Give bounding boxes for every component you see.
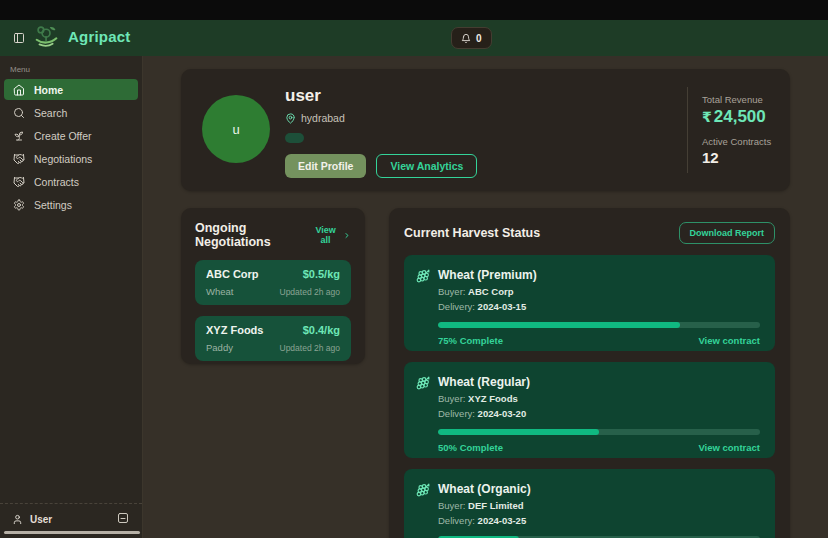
negotiations-title: Ongoing Negotiations — [195, 221, 311, 249]
notifications-button[interactable]: 0 — [451, 27, 492, 49]
sidebar-scrollbar[interactable] — [4, 531, 140, 534]
sidebar-item-label: Search — [34, 107, 67, 119]
sidebar-item-label: Home — [34, 84, 63, 96]
negotiations-panel: Ongoing Negotiations View all ABC Corp $… — [181, 208, 365, 364]
profile-stats: Total Revenue ₹24,500 Active Contracts 1… — [687, 87, 777, 173]
sidebar-toggle-icon[interactable] — [12, 32, 26, 46]
progress-bar — [438, 429, 760, 435]
plant-logo-icon — [32, 23, 62, 49]
progress-label: 50% Complete — [438, 442, 503, 453]
negotiation-price: $0.4/kg — [303, 324, 340, 336]
status-pill — [285, 133, 304, 143]
profile-buttons: Edit Profile View Analytics — [285, 154, 477, 178]
negotiation-company: ABC Corp — [206, 268, 259, 280]
negotiation-updated: Updated 2h ago — [280, 287, 341, 297]
grain-icon — [416, 375, 438, 458]
window-top-strip — [0, 0, 828, 20]
negotiations-header: Ongoing Negotiations View all — [195, 221, 351, 249]
progress-label: 75% Complete — [438, 335, 503, 346]
sidebar-user-label: User — [30, 514, 52, 525]
map-pin-icon — [285, 113, 296, 124]
profile-name: user — [285, 86, 477, 106]
harvest-header: Current Harvest Status Download Report — [404, 222, 775, 244]
profile-location: hydrabad — [285, 112, 477, 124]
sprout-icon — [13, 130, 25, 142]
sidebar-item-negotiations[interactable]: Negotiations — [4, 148, 138, 169]
avatar: u — [202, 95, 270, 163]
harvest-panel: Current Harvest Status Download Report W… — [389, 208, 790, 538]
negotiation-updated: Updated 2h ago — [280, 343, 341, 353]
menu-label: Menu — [0, 56, 142, 79]
brand-name: Agripact — [68, 28, 130, 45]
download-report-button[interactable]: Download Report — [679, 222, 776, 244]
negotiation-company: XYZ Foods — [206, 324, 263, 336]
brand: Agripact — [32, 23, 130, 49]
app-header: Agripact 0 — [0, 20, 828, 56]
grain-icon — [416, 268, 438, 351]
edit-profile-button[interactable]: Edit Profile — [285, 154, 366, 178]
harvest-buyer: Buyer: XYZ Foods — [438, 393, 760, 404]
sidebar-item-label: Contracts — [34, 176, 79, 188]
sidebar-item-label: Create Offer — [34, 130, 92, 142]
main-content: u user hydrabad Edit Profile View Analyt… — [143, 56, 828, 538]
user-icon — [12, 514, 23, 525]
notification-count: 0 — [476, 33, 482, 44]
harvest-title: Current Harvest Status — [404, 226, 540, 240]
sidebar-item-label: Negotiations — [34, 153, 92, 165]
grain-icon — [416, 482, 438, 538]
rupee-icon: ₹ — [702, 109, 712, 125]
harvest-item: Wheat (Regular) Buyer: XYZ Foods Deliver… — [404, 362, 775, 458]
harvest-item-body: Wheat (Premium) Buyer: ABC Corp Delivery… — [438, 268, 760, 351]
harvest-crop-name: Wheat (Regular) — [438, 375, 760, 389]
search-icon — [13, 107, 25, 119]
bell-icon — [461, 33, 471, 44]
avatar-letter: u — [232, 122, 239, 137]
progress-fill — [438, 322, 680, 328]
negotiation-item[interactable]: ABC Corp $0.5/kg Wheat Updated 2h ago — [195, 260, 351, 305]
sidebar-collapse-icon[interactable] — [116, 512, 130, 526]
view-all-link[interactable]: View all — [311, 225, 351, 245]
profile-card: u user hydrabad Edit Profile View Analyt… — [181, 69, 790, 191]
harvest-buyer: Buyer: DEF Limited — [438, 500, 760, 511]
handshake-icon — [13, 176, 25, 188]
handshake-icon — [13, 153, 25, 165]
view-contract-link[interactable]: View contract — [698, 442, 760, 453]
harvest-delivery: Delivery: 2024-03-25 — [438, 515, 760, 526]
harvest-item-body: Wheat (Organic) Buyer: DEF Limited Deliv… — [438, 482, 760, 538]
progress-fill — [438, 429, 599, 435]
contracts-label: Active Contracts — [702, 136, 777, 147]
view-contract-link[interactable]: View contract — [698, 335, 760, 346]
sidebar-item-label: Settings — [34, 199, 72, 211]
view-analytics-button[interactable]: View Analytics — [376, 154, 477, 178]
home-icon — [13, 84, 25, 96]
profile-info: user hydrabad Edit Profile View Analytic… — [285, 86, 477, 178]
negotiation-crop: Wheat — [206, 286, 233, 297]
location-text: hydrabad — [301, 112, 345, 124]
sidebar-item-search[interactable]: Search — [4, 102, 138, 123]
sidebar-item-contracts[interactable]: Contracts — [4, 171, 138, 192]
sidebar: Menu Home Search Create Offer Negotiatio… — [0, 56, 143, 538]
negotiation-item[interactable]: XYZ Foods $0.4/kg Paddy Updated 2h ago — [195, 316, 351, 361]
harvest-delivery: Delivery: 2024-03-15 — [438, 301, 760, 312]
contracts-value: 12 — [702, 149, 777, 166]
sidebar-nav: Home Search Create Offer Negotiations Co… — [0, 79, 142, 215]
harvest-crop-name: Wheat (Premium) — [438, 268, 760, 282]
harvest-delivery: Delivery: 2024-03-20 — [438, 408, 760, 419]
chevron-right-icon — [343, 231, 351, 240]
gear-icon — [13, 199, 25, 211]
revenue-label: Total Revenue — [702, 94, 777, 105]
progress-bar — [438, 322, 760, 328]
negotiation-price: $0.5/kg — [303, 268, 340, 280]
sidebar-item-settings[interactable]: Settings — [4, 194, 138, 215]
sidebar-item-home[interactable]: Home — [4, 79, 138, 100]
harvest-buyer: Buyer: ABC Corp — [438, 286, 760, 297]
negotiation-crop: Paddy — [206, 342, 233, 353]
harvest-item: Wheat (Organic) Buyer: DEF Limited Deliv… — [404, 469, 775, 538]
sidebar-item-create-offer[interactable]: Create Offer — [4, 125, 138, 146]
sidebar-footer: User — [0, 503, 142, 538]
revenue-value: ₹24,500 — [702, 107, 777, 127]
harvest-item: Wheat (Premium) Buyer: ABC Corp Delivery… — [404, 255, 775, 351]
app-window: Agripact 0 Menu Home Search Create Offer — [0, 0, 828, 538]
harvest-crop-name: Wheat (Organic) — [438, 482, 760, 496]
harvest-item-body: Wheat (Regular) Buyer: XYZ Foods Deliver… — [438, 375, 760, 458]
